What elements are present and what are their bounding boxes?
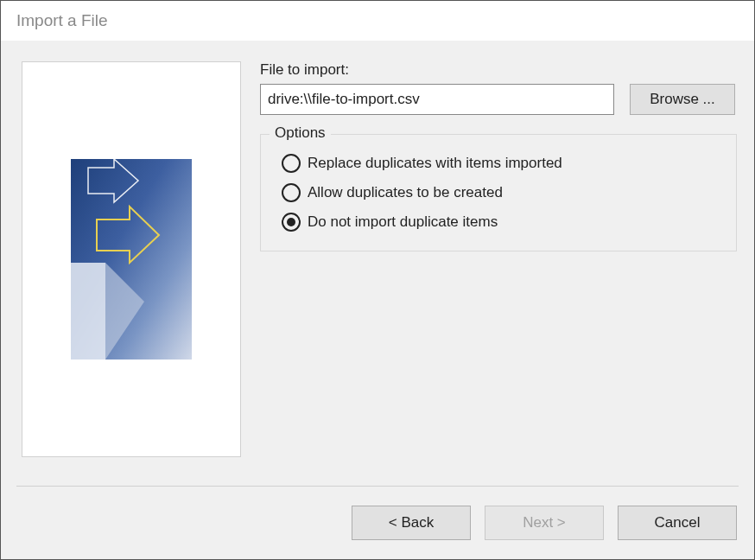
- wizard-graphic: [71, 159, 192, 360]
- radio-label: Replace duplicates with items imported: [308, 155, 562, 172]
- window-title: Import a File: [16, 11, 108, 30]
- footer: < Back Next > Cancel: [1, 486, 754, 559]
- svg-marker-1: [71, 263, 105, 360]
- wizard-graphic-panel: [22, 61, 241, 457]
- radio-icon: [282, 154, 301, 173]
- options-radio-group: Replace duplicates with items importedAl…: [276, 147, 720, 232]
- file-to-import-label: File to import:: [260, 61, 739, 79]
- titlebar: Import a File: [1, 1, 754, 41]
- options-legend: Options: [270, 124, 331, 142]
- browse-button[interactable]: Browse ...: [630, 84, 735, 115]
- content-area: File to import: Browse ... Options Repla…: [1, 41, 754, 486]
- radio-label: Do not import duplicate items: [308, 213, 498, 231]
- options-fieldset: Options Replace duplicates with items im…: [260, 134, 737, 251]
- wizard-window: Import a File: [0, 0, 755, 560]
- divider: [16, 486, 739, 487]
- back-button[interactable]: < Back: [352, 506, 471, 540]
- radio-icon: [282, 213, 301, 232]
- cancel-button[interactable]: Cancel: [618, 506, 737, 540]
- button-row: < Back Next > Cancel: [16, 506, 739, 540]
- arrows-icon: [71, 159, 192, 360]
- radio-option-2[interactable]: Do not import duplicate items: [282, 213, 720, 232]
- file-row: Browse ...: [260, 84, 739, 115]
- file-path-input[interactable]: [260, 84, 614, 115]
- next-button[interactable]: Next >: [485, 506, 604, 540]
- radio-label: Allow duplicates to be created: [308, 184, 503, 201]
- radio-icon: [282, 183, 301, 202]
- form-panel: File to import: Browse ... Options Repla…: [260, 61, 739, 477]
- radio-option-1[interactable]: Allow duplicates to be created: [282, 183, 720, 202]
- radio-option-0[interactable]: Replace duplicates with items imported: [282, 154, 720, 173]
